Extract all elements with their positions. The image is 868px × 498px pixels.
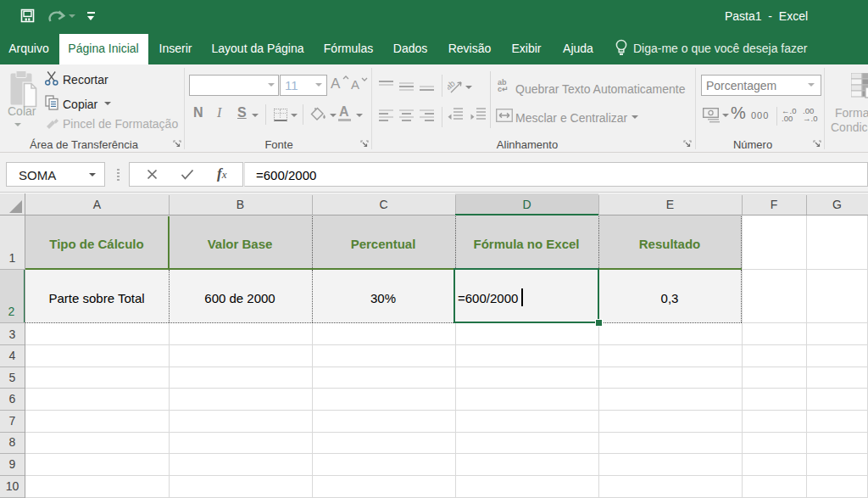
svg-text:ab: ab (448, 80, 457, 92)
